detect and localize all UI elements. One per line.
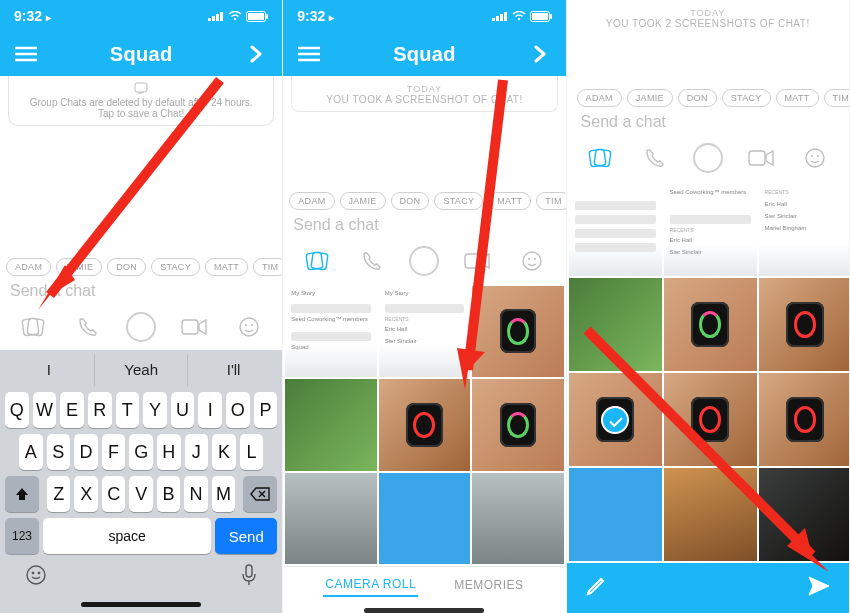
menu-icon[interactable] [12,40,40,68]
emoji-icon[interactable] [232,312,266,342]
photo-thumb[interactable]: My StorySeed Coworking™ membersSquad [285,286,376,377]
shutter-button[interactable] [693,143,723,173]
photo-thumb[interactable] [759,278,849,371]
member-chip[interactable]: MATT [488,192,531,210]
call-icon[interactable] [71,312,105,342]
suggestion[interactable]: I'll [187,354,279,386]
member-chip[interactable]: DON [107,258,146,276]
shift-key[interactable] [5,476,39,512]
space-key[interactable]: space [43,518,211,554]
backspace-key[interactable] [243,476,277,512]
key-p[interactable]: P [254,392,278,428]
chat-input[interactable]: Send a chat [0,276,282,308]
key-g[interactable]: G [129,434,153,470]
send-key[interactable]: Send [215,518,277,554]
tab-camera-roll[interactable]: CAMERA ROLL [323,573,418,597]
member-chip[interactable]: TIM [536,192,565,210]
member-chip[interactable]: ADAM [6,258,51,276]
emoji-icon[interactable] [798,143,832,173]
member-chip[interactable]: ADAM [577,89,622,107]
key-x[interactable]: X [74,476,97,512]
key-e[interactable]: E [60,392,84,428]
chevron-right-icon[interactable] [242,40,270,68]
photo-thumb-selected[interactable] [569,373,662,466]
photo-thumb[interactable] [285,473,376,564]
member-chip[interactable]: JAMIE [627,89,673,107]
key-v[interactable]: V [129,476,152,512]
edit-icon[interactable] [585,575,607,601]
home-indicator[interactable] [364,608,484,613]
suggestion[interactable]: Yeah [94,354,186,386]
chat-input[interactable]: Send a chat [567,107,849,139]
key-j[interactable]: J [185,434,209,470]
photo-thumb[interactable] [569,278,662,371]
key-b[interactable]: B [157,476,180,512]
key-i[interactable]: I [198,392,222,428]
member-chip[interactable]: DON [678,89,717,107]
key-w[interactable]: W [33,392,57,428]
gallery-icon[interactable] [583,143,617,173]
key-c[interactable]: C [102,476,125,512]
gallery-icon[interactable] [300,246,334,276]
shutter-button[interactable] [409,246,439,276]
tab-memories[interactable]: MEMORIES [452,574,525,596]
member-chip[interactable]: MATT [776,89,819,107]
key-y[interactable]: Y [143,392,167,428]
key-l[interactable]: L [240,434,264,470]
photo-thumb[interactable] [569,468,662,561]
photo-thumb[interactable] [664,468,757,561]
video-icon[interactable] [177,312,211,342]
key-u[interactable]: U [171,392,195,428]
photo-thumb[interactable]: Seed Coworking™ membersRECENTSEric HallS… [664,183,757,276]
call-icon[interactable] [355,246,389,276]
key-t[interactable]: T [116,392,140,428]
key-s[interactable]: S [47,434,71,470]
menu-icon[interactable] [295,40,323,68]
member-chip[interactable]: MATT [205,258,248,276]
call-icon[interactable] [638,143,672,173]
photo-thumb[interactable]: My StoryRECENTSEric HallSier Sinclair [379,286,470,377]
member-chip[interactable]: DON [391,192,430,210]
gallery-icon[interactable] [16,312,50,342]
member-chip[interactable]: JAMIE [56,258,102,276]
emoji-icon[interactable] [515,246,549,276]
chevron-right-icon[interactable] [526,40,554,68]
member-chip[interactable]: TIM [824,89,849,107]
notice-card[interactable]: Group Chats are deleted by default after… [8,76,274,126]
home-indicator[interactable] [81,602,201,607]
photo-thumb[interactable] [379,473,470,564]
member-chip[interactable]: STACY [434,192,483,210]
key-m[interactable]: M [212,476,235,512]
member-chip[interactable]: STACY [151,258,200,276]
shutter-button[interactable] [126,312,156,342]
photo-thumb[interactable] [472,473,563,564]
photo-thumb[interactable] [759,373,849,466]
suggestion[interactable]: I [3,354,94,386]
member-chip[interactable]: JAMIE [340,192,386,210]
send-icon[interactable] [807,575,831,601]
key-n[interactable]: N [184,476,207,512]
photo-thumb[interactable] [472,379,563,470]
numbers-key[interactable]: 123 [5,518,39,554]
key-k[interactable]: K [212,434,236,470]
photo-thumb[interactable] [379,379,470,470]
key-f[interactable]: F [102,434,126,470]
key-z[interactable]: Z [47,476,70,512]
key-d[interactable]: D [74,434,98,470]
key-r[interactable]: R [88,392,112,428]
video-icon[interactable] [460,246,494,276]
photo-thumb[interactable] [759,468,849,561]
chat-input[interactable]: Send a chat [283,210,565,242]
photo-thumb[interactable] [664,278,757,371]
dictation-icon[interactable] [241,564,257,590]
member-chip[interactable]: ADAM [289,192,334,210]
key-o[interactable]: O [226,392,250,428]
photo-thumb[interactable]: RECENTSEric HallSier SinclairMariel Bing… [759,183,849,276]
key-a[interactable]: A [19,434,43,470]
photo-thumb[interactable] [472,286,563,377]
key-h[interactable]: H [157,434,181,470]
photo-thumb[interactable] [285,379,376,470]
member-chip[interactable]: STACY [722,89,771,107]
video-icon[interactable] [744,143,778,173]
emoji-keyboard-icon[interactable] [25,564,47,590]
